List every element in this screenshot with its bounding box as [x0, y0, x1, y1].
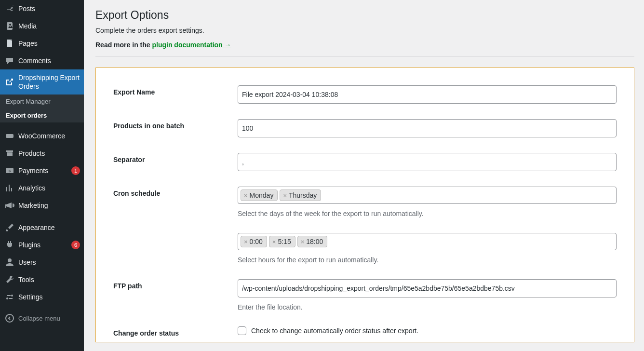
- settings-icon: [5, 292, 14, 302]
- svg-point-5: [11, 295, 13, 297]
- documentation-link[interactable]: plugin documentation →: [152, 41, 231, 49]
- collapse-menu[interactable]: Collapse menu: [0, 310, 84, 327]
- row-export-name: Export Name: [113, 85, 617, 104]
- separator-input[interactable]: [238, 153, 617, 171]
- sidebar-label: Plugins: [18, 241, 68, 249]
- svg-rect-1: [6, 134, 13, 138]
- sidebar-label: Media: [18, 22, 80, 30]
- megaphone-icon: [5, 201, 14, 210]
- sidebar-label: Products: [18, 149, 80, 158]
- ftp-help: Enter the file location.: [238, 303, 617, 311]
- export-icon: [5, 77, 14, 87]
- sidebar-item-analytics[interactable]: Analytics: [0, 179, 84, 197]
- sidebar-item-users[interactable]: Users: [0, 254, 84, 271]
- remove-token-icon[interactable]: ×: [272, 238, 276, 245]
- sidebar-item-appearance[interactable]: Appearance: [0, 219, 84, 236]
- brush-icon: [5, 223, 14, 232]
- sidebar-label: Payments: [18, 166, 68, 175]
- sidebar-item-payments[interactable]: $ Payments 1: [0, 162, 84, 179]
- batch-input[interactable]: [238, 119, 617, 137]
- cron-days-select[interactable]: ×Monday ×Thursday: [238, 187, 617, 204]
- remove-token-icon[interactable]: ×: [244, 238, 248, 245]
- sidebar-subitem-export-orders[interactable]: Export orders: [0, 108, 84, 122]
- label-cron: Cron schedule: [113, 187, 238, 197]
- collapse-icon: [5, 313, 14, 323]
- token-label: 5:15: [278, 238, 291, 245]
- label-empty: [113, 233, 238, 236]
- sidebar-label: Pages: [18, 39, 80, 48]
- change-status-label: Check to change automatically order stat…: [251, 327, 418, 335]
- token-thursday: ×Thursday: [280, 189, 321, 201]
- page-icon: [5, 39, 14, 48]
- sidebar-label: Marketing: [18, 201, 80, 210]
- sidebar-item-marketing[interactable]: Marketing: [0, 197, 84, 214]
- wrench-icon: [5, 275, 14, 284]
- sidebar-label: Settings: [18, 293, 80, 301]
- sidebar-item-dropshipping[interactable]: Dropshipping Export Orders: [0, 69, 84, 94]
- divider: [95, 56, 634, 57]
- cron-hours-help: Select hours for the export to run autom…: [238, 256, 617, 264]
- cron-hours-select[interactable]: ×0:00 ×5:15 ×18:00: [238, 233, 617, 250]
- sidebar-item-woocommerce[interactable]: WooCommerce: [0, 127, 84, 145]
- svg-point-6: [6, 297, 8, 299]
- sidebar-label: Tools: [18, 275, 80, 284]
- main-content: Export Options Complete the orders expor…: [84, 0, 644, 351]
- pin-icon: [5, 4, 14, 14]
- label-ftp: FTP path: [113, 279, 238, 290]
- sidebar-subitem-export-manager[interactable]: Export Manager: [0, 94, 84, 108]
- admin-sidebar: Posts Media Pages Comments Dropshipping …: [0, 0, 84, 351]
- row-ftp: FTP path Enter the file location.: [113, 279, 617, 311]
- ftp-path-input[interactable]: [238, 279, 617, 297]
- export-name-input[interactable]: [238, 85, 617, 104]
- token-label: 18:00: [306, 238, 323, 245]
- woo-icon: [5, 131, 14, 141]
- sidebar-item-products[interactable]: Products: [0, 145, 84, 162]
- sidebar-label: Analytics: [18, 184, 80, 192]
- archive-icon: [5, 148, 14, 158]
- token-label: Thursday: [289, 191, 317, 199]
- change-status-checkbox[interactable]: [238, 326, 246, 335]
- token-hour: ×18:00: [297, 236, 328, 247]
- token-hour: ×5:15: [269, 236, 295, 247]
- svg-text:$: $: [9, 169, 11, 173]
- sidebar-item-tools[interactable]: Tools: [0, 271, 84, 288]
- label-export-name: Export Name: [113, 85, 238, 96]
- sidebar-item-media[interactable]: Media: [0, 17, 84, 35]
- page-description: Complete the orders export settings.: [95, 27, 634, 34]
- analytics-icon: [5, 183, 14, 193]
- payments-icon: $: [5, 166, 14, 176]
- sidebar-label: Appearance: [18, 223, 80, 232]
- remove-token-icon[interactable]: ×: [244, 192, 248, 199]
- remove-token-icon[interactable]: ×: [283, 192, 287, 199]
- sidebar-item-comments[interactable]: Comments: [0, 52, 84, 69]
- sidebar-label: Dropshipping Export Orders: [18, 73, 80, 91]
- row-cron-hours: ×0:00 ×5:15 ×18:00 Select hours for the …: [113, 233, 617, 264]
- badge-count: 6: [71, 241, 80, 249]
- svg-point-7: [6, 314, 13, 322]
- remove-token-icon[interactable]: ×: [301, 238, 305, 245]
- read-more-prefix: Read more in the: [95, 41, 152, 49]
- user-icon: [5, 257, 14, 267]
- plugin-icon: [5, 240, 14, 250]
- svg-rect-0: [7, 40, 12, 47]
- sidebar-item-pages[interactable]: Pages: [0, 35, 84, 52]
- comment-icon: [5, 56, 14, 66]
- svg-point-4: [8, 258, 12, 262]
- read-more: Read more in the plugin documentation →: [95, 41, 634, 49]
- sidebar-item-plugins[interactable]: Plugins 6: [0, 236, 84, 254]
- sidebar-item-settings[interactable]: Settings: [0, 288, 84, 306]
- media-icon: [5, 21, 14, 31]
- token-label: Monday: [250, 191, 274, 199]
- row-batch: Products in one batch: [113, 119, 617, 137]
- label-batch: Products in one batch: [113, 119, 238, 130]
- sidebar-item-posts[interactable]: Posts: [0, 0, 84, 17]
- label-status: Change order status: [113, 326, 238, 337]
- cron-days-help: Select the days of the week for the expo…: [238, 210, 617, 217]
- form-panel: Export Name Products in one batch Separa…: [95, 68, 634, 342]
- token-monday: ×Monday: [241, 189, 278, 201]
- row-status: Change order status Check to change auto…: [113, 326, 617, 337]
- sidebar-label: Users: [18, 258, 80, 267]
- badge-count: 1: [71, 166, 80, 175]
- sidebar-label: Comments: [18, 56, 80, 65]
- page-title: Export Options: [95, 9, 634, 22]
